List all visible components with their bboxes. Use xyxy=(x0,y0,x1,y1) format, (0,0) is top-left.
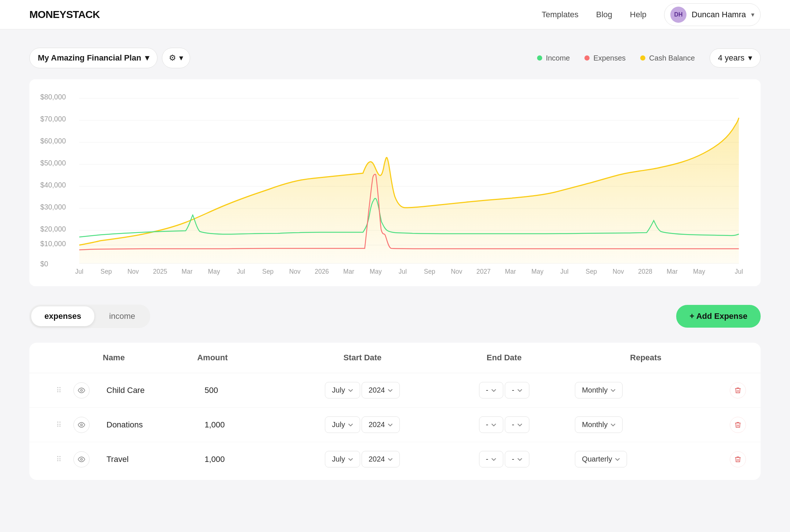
start-date-select: July 2024 xyxy=(291,451,433,467)
user-menu[interactable]: DH Duncan Hamra ▾ xyxy=(664,3,761,26)
expense-income-tabs: expenses income xyxy=(29,305,150,328)
start-month-select[interactable]: July xyxy=(325,382,360,398)
svg-text:May: May xyxy=(693,268,705,275)
repeats-select[interactable]: Quarterly xyxy=(575,451,627,467)
financial-chart: $80,000 $70,000 $60,000 $50,000 $40,000 … xyxy=(37,94,746,277)
svg-point-44 xyxy=(81,424,83,426)
end-year-select[interactable]: - xyxy=(505,382,529,398)
svg-text:2028: 2028 xyxy=(638,268,652,275)
drag-handle[interactable]: ⠿ xyxy=(44,386,73,395)
end-month-select[interactable]: - xyxy=(479,416,504,433)
nav-templates[interactable]: Templates xyxy=(541,10,578,19)
col-delete xyxy=(717,353,746,362)
end-year-select[interactable]: - xyxy=(505,416,529,433)
expenses-dot xyxy=(584,55,590,61)
tab-expenses[interactable]: expenses xyxy=(31,306,94,326)
legend-expenses-label: Expenses xyxy=(593,54,626,62)
col-visibility xyxy=(73,353,103,362)
svg-text:Jul: Jul xyxy=(735,268,743,275)
start-year-select[interactable]: 2024 xyxy=(362,382,400,398)
legend-cash: Cash Balance xyxy=(640,54,695,62)
expense-name: Child Care xyxy=(103,386,197,395)
start-month-select[interactable]: July xyxy=(325,451,360,467)
legend-income-label: Income xyxy=(546,54,570,62)
time-range-label: 4 years xyxy=(718,53,744,63)
svg-text:2027: 2027 xyxy=(476,268,491,275)
svg-text:2026: 2026 xyxy=(315,268,329,275)
svg-text:Mar: Mar xyxy=(667,268,678,275)
time-range-chevron: ▾ xyxy=(748,53,752,63)
svg-text:$30,000: $30,000 xyxy=(40,203,66,211)
nav-help[interactable]: Help xyxy=(630,10,646,19)
plan-name: My Amazing Financial Plan xyxy=(38,53,141,63)
time-range-selector[interactable]: 4 years ▾ xyxy=(710,48,761,68)
svg-text:Nov: Nov xyxy=(613,268,624,275)
repeats-select[interactable]: Monthly xyxy=(575,416,623,433)
legend-expenses: Expenses xyxy=(584,54,626,62)
start-month-select[interactable]: July xyxy=(325,416,360,433)
svg-text:Mar: Mar xyxy=(343,268,354,275)
svg-point-43 xyxy=(81,389,83,391)
svg-text:$20,000: $20,000 xyxy=(40,225,66,233)
svg-text:May: May xyxy=(208,268,220,275)
start-date-select: July 2024 xyxy=(291,382,433,398)
plan-chevron: ▾ xyxy=(145,53,149,63)
expense-name: Donations xyxy=(103,420,197,430)
svg-text:$10,000: $10,000 xyxy=(40,240,66,248)
table-row: ⠿ Travel 1,000 July 2024 xyxy=(29,442,761,476)
delete-button[interactable] xyxy=(730,382,746,398)
svg-text:$60,000: $60,000 xyxy=(40,137,66,145)
visibility-toggle[interactable] xyxy=(73,417,90,433)
svg-text:Jul: Jul xyxy=(399,268,407,275)
tabs-row: expenses income + Add Expense xyxy=(29,305,761,328)
expense-amount: 500 xyxy=(197,386,291,395)
drag-handle[interactable]: ⠿ xyxy=(44,420,73,429)
col-drag xyxy=(44,353,73,362)
settings-chevron: ▾ xyxy=(179,53,183,63)
nav-blog[interactable]: Blog xyxy=(596,10,612,19)
end-date-select: - - xyxy=(433,451,575,467)
delete-button[interactable] xyxy=(730,451,746,467)
start-year-select[interactable]: 2024 xyxy=(362,416,400,433)
svg-text:$40,000: $40,000 xyxy=(40,181,66,189)
visibility-toggle[interactable] xyxy=(73,451,90,467)
col-end-date: End Date xyxy=(433,353,575,362)
visibility-toggle[interactable] xyxy=(73,382,90,398)
chart-controls: My Amazing Financial Plan ▾ ⚙ ▾ Income E… xyxy=(29,48,761,68)
end-month-select[interactable]: - xyxy=(479,451,504,467)
end-date-select: - - xyxy=(433,382,575,398)
end-year-select[interactable]: - xyxy=(505,451,529,467)
delete-button[interactable] xyxy=(730,417,746,433)
svg-text:Nov: Nov xyxy=(451,268,462,275)
add-expense-button[interactable]: + Add Expense xyxy=(676,305,761,328)
main-nav: Templates Blog Help DH Duncan Hamra ▾ xyxy=(541,3,761,26)
svg-text:$0: $0 xyxy=(40,260,48,268)
col-amount: Amount xyxy=(197,353,291,362)
end-month-select[interactable]: - xyxy=(479,382,504,398)
svg-text:Jul: Jul xyxy=(75,268,83,275)
svg-text:Mar: Mar xyxy=(182,268,193,275)
plan-dropdown[interactable]: My Amazing Financial Plan ▾ xyxy=(29,48,157,68)
svg-text:2025: 2025 xyxy=(153,268,167,275)
settings-dropdown[interactable]: ⚙ ▾ xyxy=(162,48,190,68)
legend-cash-label: Cash Balance xyxy=(649,54,695,62)
table-row: ⠿ Donations 1,000 July 2024 xyxy=(29,408,761,442)
start-year-select[interactable]: 2024 xyxy=(362,451,400,467)
drag-handle[interactable]: ⠿ xyxy=(44,455,73,464)
end-date-select: - - xyxy=(433,416,575,433)
svg-text:Sep: Sep xyxy=(101,268,112,275)
plan-selector: My Amazing Financial Plan ▾ ⚙ ▾ xyxy=(29,48,190,68)
header: MONEYSTACK Templates Blog Help DH Duncan… xyxy=(0,0,790,29)
user-name: Duncan Hamra xyxy=(692,10,746,19)
svg-text:May: May xyxy=(532,268,544,275)
chart-legend: Income Expenses Cash Balance 4 years ▾ xyxy=(537,48,761,68)
svg-text:Jul: Jul xyxy=(560,268,568,275)
start-date-select: July 2024 xyxy=(291,416,433,433)
svg-text:Jul: Jul xyxy=(237,268,245,275)
repeats-select[interactable]: Monthly xyxy=(575,382,623,398)
svg-text:Sep: Sep xyxy=(262,268,273,275)
expense-amount: 1,000 xyxy=(197,420,291,430)
table-header: Name Amount Start Date End Date Repeats xyxy=(29,343,761,373)
tab-income[interactable]: income xyxy=(96,306,148,326)
svg-text:$50,000: $50,000 xyxy=(40,159,66,167)
